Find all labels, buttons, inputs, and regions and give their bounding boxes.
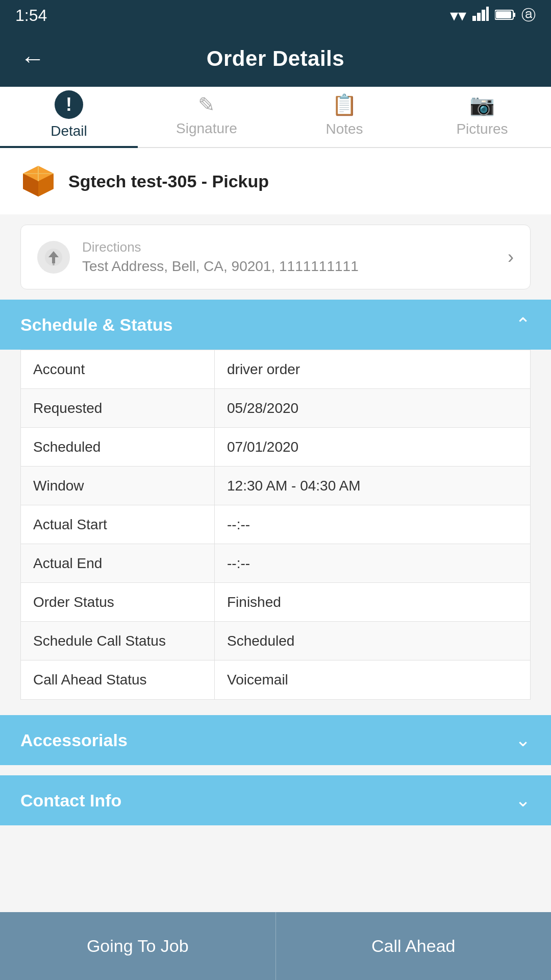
battery-icon: [495, 6, 515, 25]
value-window: 12:30 AM - 04:30 AM: [215, 467, 530, 505]
footer-spacer: [0, 825, 551, 907]
directions-nav-icon: [37, 241, 70, 274]
value-scheduled: 07/01/2020: [215, 428, 530, 466]
label-actual-end: Actual End: [21, 544, 215, 582]
label-requested: Requested: [21, 389, 215, 427]
schedule-status-header[interactable]: Schedule & Status ⌃: [0, 300, 551, 350]
svg-rect-0: [472, 16, 476, 21]
table-row: Call Ahead Status Voicemail: [21, 660, 530, 699]
svg-rect-3: [486, 7, 489, 21]
value-schedule-call-status: Scheduled: [215, 622, 530, 660]
table-row: Actual Start --:--: [21, 505, 530, 544]
accessorials-header[interactable]: Accessorials ⌄: [0, 715, 551, 765]
tab-pictures[interactable]: 📷 Pictures: [413, 87, 551, 147]
schedule-status-table: Account driver order Requested 05/28/202…: [20, 350, 531, 700]
label-account: Account: [21, 350, 215, 388]
contact-info-header[interactable]: Contact Info ⌄: [0, 775, 551, 825]
svg-rect-6: [496, 11, 511, 18]
table-row: Order Status Finished: [21, 583, 530, 622]
table-row: Requested 05/28/2020: [21, 389, 530, 428]
label-order-status: Order Status: [21, 583, 215, 621]
label-scheduled: Scheduled: [21, 428, 215, 466]
accessorials-title: Accessorials: [20, 730, 128, 750]
order-title-row: Sgtech test-305 - Pickup: [0, 148, 551, 214]
tab-notes[interactable]: 📋 Notes: [276, 87, 413, 147]
value-actual-end: --:--: [215, 544, 530, 582]
going-to-job-button[interactable]: Going To Job: [0, 912, 276, 980]
label-actual-start: Actual Start: [21, 505, 215, 544]
value-order-status: Finished: [215, 583, 530, 621]
svg-point-15: [53, 263, 55, 265]
signal-icon: [472, 6, 489, 25]
svg-rect-5: [513, 13, 515, 17]
tab-signature-label: Signature: [176, 120, 237, 137]
table-row: Actual End --:--: [21, 544, 530, 583]
contact-info-title: Contact Info: [20, 791, 121, 811]
directions-address: Test Address, Bell, CA, 90201, 111111111…: [82, 258, 495, 275]
detail-icon: !: [55, 90, 83, 119]
tab-signature[interactable]: ✎ Signature: [138, 87, 276, 147]
tab-pictures-label: Pictures: [456, 121, 508, 137]
directions-label: Directions: [82, 239, 495, 255]
label-call-ahead-status: Call Ahead Status: [21, 660, 215, 699]
svg-rect-1: [477, 13, 481, 21]
schedule-chevron-icon: ⌃: [515, 314, 531, 335]
table-row: Window 12:30 AM - 04:30 AM: [21, 467, 530, 505]
status-bar: 1:54 ▾▾ ⓐ: [0, 0, 551, 31]
directions-card[interactable]: Directions Test Address, Bell, CA, 90201…: [20, 225, 531, 289]
pictures-icon: 📷: [469, 93, 495, 117]
label-schedule-call-status: Schedule Call Status: [21, 622, 215, 660]
tab-detail[interactable]: ! Detail: [0, 87, 138, 147]
tab-notes-label: Notes: [325, 121, 363, 137]
signature-icon: ✎: [198, 93, 215, 116]
svg-rect-2: [482, 10, 485, 21]
bottom-action-bar: Going To Job Call Ahead: [0, 912, 551, 980]
directions-arrow-icon: ›: [508, 247, 514, 268]
header-title: Order Details: [207, 46, 344, 71]
tab-detail-label: Detail: [51, 123, 87, 139]
table-row: Schedule Call Status Scheduled: [21, 622, 530, 660]
wifi-icon: ▾▾: [450, 6, 466, 25]
value-requested: 05/28/2020: [215, 389, 530, 427]
contact-info-chevron-icon: ⌄: [515, 790, 531, 811]
app-header: ← Order Details: [0, 31, 551, 87]
schedule-status-title: Schedule & Status: [20, 315, 173, 335]
value-call-ahead-status: Voicemail: [215, 660, 530, 699]
at-icon: ⓐ: [521, 6, 536, 25]
label-window: Window: [21, 467, 215, 505]
status-time: 1:54: [15, 6, 47, 25]
order-title: Sgtech test-305 - Pickup: [68, 172, 269, 191]
package-icon: [20, 163, 56, 199]
back-button[interactable]: ←: [20, 46, 45, 71]
directions-info: Directions Test Address, Bell, CA, 90201…: [82, 239, 495, 275]
table-row: Scheduled 07/01/2020: [21, 428, 530, 467]
accessorials-chevron-icon: ⌄: [515, 729, 531, 751]
notes-icon: 📋: [332, 93, 357, 117]
tab-bar: ! Detail ✎ Signature 📋 Notes 📷 Pictures: [0, 87, 551, 148]
call-ahead-button[interactable]: Call Ahead: [276, 912, 552, 980]
value-actual-start: --:--: [215, 505, 530, 544]
table-row: Account driver order: [21, 350, 530, 389]
value-account: driver order: [215, 350, 530, 388]
